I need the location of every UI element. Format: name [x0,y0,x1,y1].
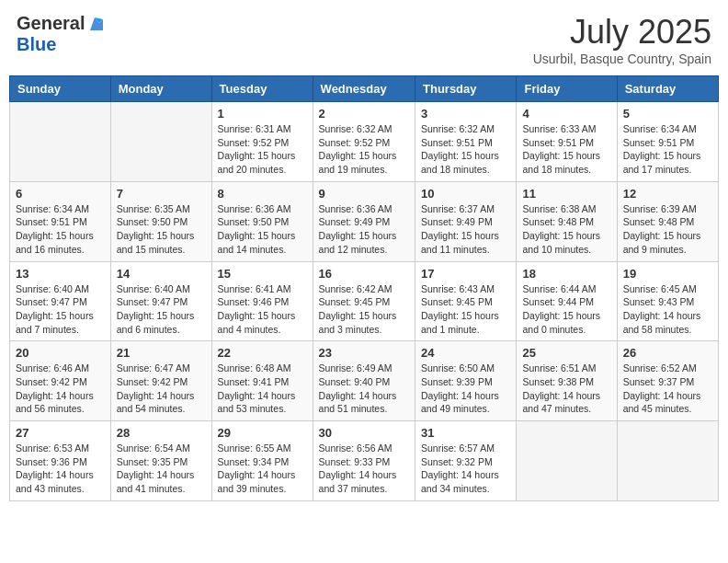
day-number: 19 [623,267,712,281]
day-info: Sunrise: 6:39 AMSunset: 9:48 PMDaylight:… [623,202,712,257]
calendar-cell: 12Sunrise: 6:39 AMSunset: 9:48 PMDayligh… [617,181,718,261]
logo-icon [86,16,103,30]
day-number: 22 [218,346,307,360]
calendar-cell: 30Sunrise: 6:56 AMSunset: 9:33 PMDayligh… [313,421,415,501]
day-number: 29 [218,426,307,440]
calendar-cell: 31Sunrise: 6:57 AMSunset: 9:32 PMDayligh… [415,421,517,501]
calendar-cell: 22Sunrise: 6:48 AMSunset: 9:41 PMDayligh… [211,341,313,421]
day-info: Sunrise: 6:53 AMSunset: 9:36 PMDaylight:… [16,442,105,496]
calendar-cell: 2Sunrise: 6:32 AMSunset: 9:52 PMDaylight… [313,102,415,182]
day-info: Sunrise: 6:44 AMSunset: 9:44 PMDaylight:… [522,282,610,337]
calendar-cell: 8Sunrise: 6:36 AMSunset: 9:50 PMDaylight… [211,181,313,261]
logo-general: General [17,13,85,34]
day-number: 17 [421,267,510,281]
calendar-cell [517,421,617,501]
day-info: Sunrise: 6:50 AMSunset: 9:39 PMDaylight:… [421,362,510,416]
calendar-week-row: 20Sunrise: 6:46 AMSunset: 9:42 PMDayligh… [10,341,719,421]
calendar-week-row: 27Sunrise: 6:53 AMSunset: 9:36 PMDayligh… [10,421,719,501]
calendar-cell: 28Sunrise: 6:54 AMSunset: 9:35 PMDayligh… [110,421,211,501]
day-number: 13 [16,267,105,281]
day-info: Sunrise: 6:34 AMSunset: 9:51 PMDaylight:… [623,122,712,177]
day-number: 28 [117,426,206,440]
day-number: 12 [623,187,712,201]
logo: General Blue [17,13,103,55]
day-info: Sunrise: 6:32 AMSunset: 9:51 PMDaylight:… [421,122,510,177]
header-tuesday: Tuesday [211,76,313,102]
day-info: Sunrise: 6:45 AMSunset: 9:43 PMDaylight:… [623,282,712,337]
calendar-cell: 19Sunrise: 6:45 AMSunset: 9:43 PMDayligh… [617,261,718,341]
calendar-cell: 18Sunrise: 6:44 AMSunset: 9:44 PMDayligh… [517,261,617,341]
calendar-cell: 9Sunrise: 6:36 AMSunset: 9:49 PMDaylight… [313,181,415,261]
day-number: 23 [319,346,409,360]
calendar-cell: 3Sunrise: 6:32 AMSunset: 9:51 PMDaylight… [415,102,517,182]
day-info: Sunrise: 6:41 AMSunset: 9:46 PMDaylight:… [218,282,307,337]
day-number: 27 [16,426,105,440]
day-info: Sunrise: 6:51 AMSunset: 9:38 PMDaylight:… [522,362,610,416]
day-number: 18 [522,267,610,281]
day-number: 6 [16,187,105,201]
calendar-cell: 29Sunrise: 6:55 AMSunset: 9:34 PMDayligh… [211,421,313,501]
calendar-cell: 1Sunrise: 6:31 AMSunset: 9:52 PMDaylight… [211,102,313,182]
calendar-cell: 27Sunrise: 6:53 AMSunset: 9:36 PMDayligh… [10,421,111,501]
day-info: Sunrise: 6:34 AMSunset: 9:51 PMDaylight:… [16,202,105,257]
title-section: July 2025 Usurbil, Basque Country, Spain [533,13,711,66]
day-number: 9 [319,187,409,201]
calendar-cell: 15Sunrise: 6:41 AMSunset: 9:46 PMDayligh… [211,261,313,341]
day-info: Sunrise: 6:35 AMSunset: 9:50 PMDaylight:… [117,202,206,257]
calendar-cell: 4Sunrise: 6:33 AMSunset: 9:51 PMDaylight… [517,102,617,182]
day-number: 11 [522,187,610,201]
day-info: Sunrise: 6:55 AMSunset: 9:34 PMDaylight:… [218,442,307,496]
day-info: Sunrise: 6:43 AMSunset: 9:45 PMDaylight:… [421,282,510,337]
day-number: 14 [117,267,206,281]
day-info: Sunrise: 6:52 AMSunset: 9:37 PMDaylight:… [623,362,712,416]
day-number: 31 [421,426,510,440]
day-info: Sunrise: 6:36 AMSunset: 9:50 PMDaylight:… [218,202,307,257]
header-friday: Friday [517,76,617,102]
day-number: 5 [623,107,712,121]
day-info: Sunrise: 6:56 AMSunset: 9:33 PMDaylight:… [319,442,409,496]
calendar-cell: 23Sunrise: 6:49 AMSunset: 9:40 PMDayligh… [313,341,415,421]
calendar-week-row: 6Sunrise: 6:34 AMSunset: 9:51 PMDaylight… [10,181,719,261]
day-info: Sunrise: 6:47 AMSunset: 9:42 PMDaylight:… [117,362,206,416]
calendar-cell: 16Sunrise: 6:42 AMSunset: 9:45 PMDayligh… [313,261,415,341]
calendar-cell [110,102,211,182]
day-info: Sunrise: 6:49 AMSunset: 9:40 PMDaylight:… [319,362,409,416]
calendar-week-row: 13Sunrise: 6:40 AMSunset: 9:47 PMDayligh… [10,261,719,341]
calendar-cell: 5Sunrise: 6:34 AMSunset: 9:51 PMDaylight… [617,102,718,182]
day-number: 7 [117,187,206,201]
calendar-cell [617,421,718,501]
calendar-cell: 7Sunrise: 6:35 AMSunset: 9:50 PMDaylight… [110,181,211,261]
day-info: Sunrise: 6:32 AMSunset: 9:52 PMDaylight:… [319,122,409,177]
day-info: Sunrise: 6:33 AMSunset: 9:51 PMDaylight:… [522,122,610,177]
day-number: 26 [623,346,712,360]
day-info: Sunrise: 6:46 AMSunset: 9:42 PMDaylight:… [16,362,105,416]
calendar-cell: 21Sunrise: 6:47 AMSunset: 9:42 PMDayligh… [110,341,211,421]
day-info: Sunrise: 6:40 AMSunset: 9:47 PMDaylight:… [117,282,206,337]
header-saturday: Saturday [617,76,718,102]
day-info: Sunrise: 6:36 AMSunset: 9:49 PMDaylight:… [319,202,409,257]
page-header: General Blue July 2025 Usurbil, Basque C… [9,9,719,70]
header-thursday: Thursday [415,76,517,102]
day-number: 4 [522,107,610,121]
day-number: 30 [319,426,409,440]
calendar-cell: 6Sunrise: 6:34 AMSunset: 9:51 PMDaylight… [10,181,111,261]
calendar-week-row: 1Sunrise: 6:31 AMSunset: 9:52 PMDaylight… [10,102,719,182]
calendar-cell: 11Sunrise: 6:38 AMSunset: 9:48 PMDayligh… [517,181,617,261]
calendar-cell: 17Sunrise: 6:43 AMSunset: 9:45 PMDayligh… [415,261,517,341]
day-number: 10 [421,187,510,201]
day-info: Sunrise: 6:48 AMSunset: 9:41 PMDaylight:… [218,362,307,416]
calendar-cell: 24Sunrise: 6:50 AMSunset: 9:39 PMDayligh… [415,341,517,421]
calendar-cell: 26Sunrise: 6:52 AMSunset: 9:37 PMDayligh… [617,341,718,421]
day-number: 20 [16,346,105,360]
day-number: 8 [218,187,307,201]
day-info: Sunrise: 6:42 AMSunset: 9:45 PMDaylight:… [319,282,409,337]
day-info: Sunrise: 6:37 AMSunset: 9:49 PMDaylight:… [421,202,510,257]
day-info: Sunrise: 6:54 AMSunset: 9:35 PMDaylight:… [117,442,206,496]
calendar-cell: 25Sunrise: 6:51 AMSunset: 9:38 PMDayligh… [517,341,617,421]
calendar-cell: 14Sunrise: 6:40 AMSunset: 9:47 PMDayligh… [110,261,211,341]
day-info: Sunrise: 6:57 AMSunset: 9:32 PMDaylight:… [421,442,510,496]
day-number: 2 [319,107,409,121]
calendar-cell: 13Sunrise: 6:40 AMSunset: 9:47 PMDayligh… [10,261,111,341]
logo-blue: Blue [17,34,56,54]
calendar-cell [10,102,111,182]
